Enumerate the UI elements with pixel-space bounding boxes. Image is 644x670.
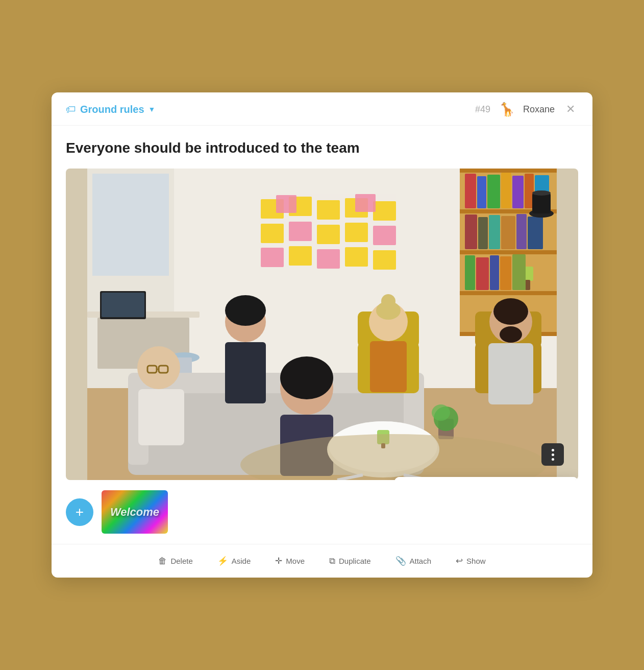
svg-rect-76 xyxy=(370,341,407,392)
svg-rect-16 xyxy=(261,248,284,267)
svg-point-75 xyxy=(381,294,395,308)
main-image-container: Unsplash_jasongoodm... ⊞ Do not display … xyxy=(66,169,578,480)
svg-rect-53 xyxy=(102,293,144,317)
attach-icon: 📎 xyxy=(395,556,406,566)
svg-rect-67 xyxy=(225,342,266,403)
svg-rect-29 xyxy=(487,175,500,208)
delete-icon: 🗑 xyxy=(158,556,167,566)
team-meeting-image xyxy=(66,169,578,480)
header-left: 🏷 Ground rules ▼ xyxy=(66,104,155,115)
show-icon: ↩ xyxy=(456,556,463,566)
tag-icon: 🏷 xyxy=(66,104,76,115)
chevron-down-icon[interactable]: ▼ xyxy=(148,105,156,113)
svg-rect-8 xyxy=(373,201,396,221)
svg-rect-11 xyxy=(261,224,284,243)
svg-rect-47 xyxy=(490,255,499,290)
svg-rect-38 xyxy=(516,214,527,249)
svg-rect-18 xyxy=(317,249,340,269)
image-dropdown-menu: Unsplash_jasongoodm... ⊞ Do not display … xyxy=(394,477,578,480)
thumbnail-canvas: Welcome xyxy=(102,490,168,534)
svg-rect-22 xyxy=(460,169,557,173)
image-options-button[interactable] xyxy=(541,443,564,466)
move-icon: ✛ xyxy=(275,556,282,566)
dropdown-filename: Unsplash_jasongoodm... xyxy=(394,477,578,480)
show-button[interactable]: ↩ Show xyxy=(453,554,489,568)
svg-rect-64 xyxy=(138,389,184,445)
card-number: #49 xyxy=(475,104,490,115)
svg-rect-14 xyxy=(345,223,368,242)
header-right: #49 🦒 Roxane ✕ xyxy=(475,102,578,117)
svg-point-66 xyxy=(225,295,266,326)
svg-point-81 xyxy=(500,326,522,343)
duplicate-icon: ⧉ xyxy=(329,556,335,566)
board-name[interactable]: Ground rules xyxy=(80,104,144,115)
thumbnails-row: + Welcome xyxy=(66,480,578,544)
modal-card: 🏷 Ground rules ▼ #49 🦒 Roxane ✕ Everyone… xyxy=(52,92,592,578)
svg-rect-19 xyxy=(345,247,368,267)
move-label: Move xyxy=(286,557,305,565)
delete-button[interactable]: 🗑 Delete xyxy=(155,554,195,568)
svg-rect-45 xyxy=(465,255,475,290)
user-name: Roxane xyxy=(523,104,555,115)
svg-rect-82 xyxy=(488,343,533,404)
close-button[interactable]: ✕ xyxy=(563,102,578,117)
svg-rect-6 xyxy=(317,200,340,220)
svg-rect-49 xyxy=(512,254,526,290)
svg-rect-41 xyxy=(532,193,551,213)
svg-rect-34 xyxy=(465,214,477,249)
svg-rect-48 xyxy=(500,256,511,290)
aside-icon: ⚡ xyxy=(217,556,228,566)
svg-rect-20 xyxy=(373,250,396,270)
svg-rect-27 xyxy=(465,174,476,208)
svg-rect-30 xyxy=(501,173,511,208)
aside-button[interactable]: ⚡ Aside xyxy=(214,554,254,568)
attach-label: Attach xyxy=(410,557,432,565)
svg-rect-37 xyxy=(501,216,515,249)
svg-rect-15 xyxy=(373,226,396,245)
modal-footer: 🗑 Delete ⚡ Aside ✛ Move ⧉ Duplicate 📎 At… xyxy=(52,544,592,578)
move-button[interactable]: ✛ Move xyxy=(272,554,308,568)
svg-rect-25 xyxy=(460,291,557,295)
modal-body: Everyone should be introduced to the tea… xyxy=(52,126,592,544)
svg-rect-28 xyxy=(477,176,486,208)
svg-point-80 xyxy=(493,298,528,325)
duplicate-button[interactable]: ⧉ Duplicate xyxy=(326,554,374,568)
svg-point-69 xyxy=(280,356,333,399)
attach-button[interactable]: 📎 Attach xyxy=(392,554,435,568)
thumbnail-welcome[interactable]: Welcome xyxy=(102,490,168,534)
three-dots-icon xyxy=(552,449,554,461)
modal-header: 🏷 Ground rules ▼ #49 🦒 Roxane ✕ xyxy=(52,92,592,126)
svg-point-85 xyxy=(432,404,450,421)
duplicate-label: Duplicate xyxy=(339,557,371,565)
svg-rect-10 xyxy=(355,194,376,212)
svg-point-42 xyxy=(532,190,551,196)
svg-rect-44 xyxy=(525,280,530,290)
svg-rect-36 xyxy=(489,215,500,249)
svg-rect-13 xyxy=(317,225,340,244)
svg-rect-35 xyxy=(478,217,488,249)
svg-rect-9 xyxy=(276,195,296,213)
svg-rect-24 xyxy=(460,250,557,254)
svg-rect-12 xyxy=(289,222,312,241)
add-image-button[interactable]: + xyxy=(66,498,93,526)
aside-label: Aside xyxy=(232,557,251,565)
user-avatar-emoji: 🦒 xyxy=(499,103,515,116)
delete-label: Delete xyxy=(170,557,192,565)
svg-rect-46 xyxy=(476,257,489,290)
svg-rect-17 xyxy=(289,246,312,266)
svg-rect-39 xyxy=(528,217,543,249)
svg-rect-3 xyxy=(92,174,169,276)
card-title: Everyone should be introduced to the tea… xyxy=(66,140,578,156)
thumbnail-label: Welcome xyxy=(110,506,159,519)
show-label: Show xyxy=(466,557,486,565)
svg-rect-31 xyxy=(512,176,524,208)
